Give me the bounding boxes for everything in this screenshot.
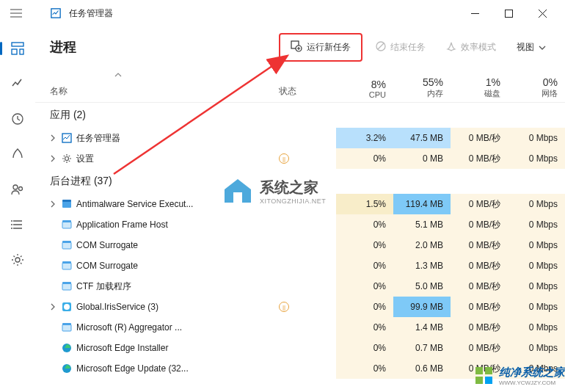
net-cell: 0 Mbps <box>508 235 565 255</box>
process-status: || <box>279 302 336 312</box>
process-row[interactable]: Microsoft Edge Installer 0% 0.7 MB 0 MB/… <box>35 338 565 358</box>
svg-point-6 <box>13 185 18 189</box>
efficiency-label: 效率模式 <box>461 41 496 54</box>
pause-icon: || <box>279 302 289 312</box>
end-task-icon <box>376 41 386 54</box>
svg-rect-4 <box>20 49 23 54</box>
mem-cell: 119.4 MB <box>393 194 451 214</box>
svg-rect-18 <box>62 200 71 202</box>
app-icon <box>47 7 65 19</box>
cpu-cell: 0% <box>336 297 393 317</box>
mem-cell: 5.1 MB <box>393 214 451 235</box>
disk-cell: 0 MB/秒 <box>451 148 508 169</box>
sidebar-history[interactable] <box>10 112 25 126</box>
disk-cell: 0 MB/秒 <box>451 235 508 255</box>
net-cell: 0 Mbps <box>508 255 565 276</box>
cpu-cell: 1.5% <box>336 194 393 214</box>
efficiency-button[interactable]: 效率模式 <box>439 37 503 58</box>
process-row[interactable]: COM Surrogate 0% 1.3 MB 0 MB/秒 0 Mbps <box>35 255 565 276</box>
column-headers: 名称 状态 8%CPU 55%内存 1%磁盘 0%网络 <box>35 68 565 103</box>
expand-chevron-icon[interactable] <box>50 303 62 311</box>
process-row[interactable]: 设置 || 0% 0 MB 0 MB/秒 0 Mbps <box>35 148 565 169</box>
svg-rect-23 <box>62 263 71 269</box>
close-button[interactable] <box>525 1 559 25</box>
process-name: CTF 加载程序 <box>76 280 279 293</box>
mem-cell: 5.0 MB <box>393 276 451 297</box>
process-icon <box>62 133 76 143</box>
sidebar-processes[interactable] <box>10 41 25 56</box>
process-name: Microsoft Edge Installer <box>76 343 279 353</box>
cpu-cell: 0% <box>336 235 393 255</box>
net-cell: 0 Mbps <box>508 276 565 297</box>
process-row[interactable]: Global.IrisService (3) || 0% 99.9 MB 0 M… <box>35 297 565 317</box>
col-net[interactable]: 0%网络 <box>508 68 565 102</box>
mem-cell: 47.5 MB <box>393 128 451 148</box>
process-icon <box>62 240 76 250</box>
col-name[interactable]: 名称 <box>50 68 279 102</box>
sidebar-performance[interactable] <box>10 76 25 91</box>
sidebar-services[interactable] <box>10 253 25 267</box>
svg-rect-19 <box>62 222 71 228</box>
disk-cell: 0 MB/秒 <box>451 276 508 297</box>
net-cell: 0 Mbps <box>508 128 565 148</box>
process-row[interactable]: CTF 加载程序 0% 5.0 MB 0 MB/秒 0 Mbps <box>35 276 565 297</box>
disk-cell: 0 MB/秒 <box>451 358 508 379</box>
process-icon <box>62 343 76 353</box>
cpu-cell: 0% <box>336 214 393 235</box>
disk-cell: 0 MB/秒 <box>451 194 508 214</box>
process-row[interactable]: Application Frame Host 0% 5.1 MB 0 MB/秒 … <box>35 214 565 235</box>
process-row[interactable]: Antimalware Service Execut... 1.5% 119.4… <box>35 194 565 214</box>
net-cell: 0 Mbps <box>508 297 565 317</box>
end-task-button[interactable]: 结束任务 <box>368 37 433 58</box>
disk-cell: 0 MB/秒 <box>451 338 508 358</box>
process-row[interactable]: COM Surrogate 0% 2.0 MB 0 MB/秒 0 Mbps <box>35 235 565 255</box>
hamburger-menu[interactable] <box>6 3 26 23</box>
svg-rect-3 <box>12 49 17 54</box>
col-status[interactable]: 状态 <box>279 68 336 102</box>
expand-chevron-icon[interactable] <box>50 200 62 208</box>
group-apps: 应用 (2) <box>35 103 565 128</box>
sidebar-users[interactable] <box>10 182 25 197</box>
process-icon <box>62 281 76 291</box>
mem-cell: 2.0 MB <box>393 235 451 255</box>
svg-rect-20 <box>62 220 71 222</box>
svg-point-10 <box>11 228 12 229</box>
svg-rect-25 <box>62 283 71 290</box>
new-task-button[interactable]: 运行新任务 <box>279 33 362 62</box>
sidebar-details[interactable] <box>10 217 25 232</box>
cpu-cell: 3.2% <box>336 128 393 148</box>
col-mem[interactable]: 55%内存 <box>393 68 451 102</box>
expand-chevron-icon[interactable] <box>50 155 62 162</box>
cpu-cell: 0% <box>336 338 393 358</box>
cpu-cell: 0% <box>336 358 393 379</box>
process-row[interactable]: Microsoft (R) Aggregator ... 0% 1.4 MB 0… <box>35 317 565 338</box>
sidebar-startup[interactable] <box>10 147 25 161</box>
cpu-cell: 0% <box>336 255 393 276</box>
view-button[interactable]: 视图 <box>509 37 553 58</box>
mem-cell: 0 MB <box>393 148 451 169</box>
svg-point-7 <box>19 187 23 191</box>
net-cell: 0 Mbps <box>508 148 565 169</box>
col-cpu[interactable]: 8%CPU <box>336 68 393 102</box>
process-icon <box>62 322 76 333</box>
disk-cell: 0 MB/秒 <box>451 128 508 148</box>
svg-rect-2 <box>12 43 23 46</box>
svg-point-28 <box>64 304 70 310</box>
svg-rect-22 <box>62 241 71 243</box>
cpu-cell: 0% <box>336 148 393 169</box>
process-icon <box>62 153 76 164</box>
process-row[interactable]: Microsoft Edge Update (32... 0% 0.6 MB 0… <box>35 358 565 379</box>
minimize-button[interactable] <box>458 1 492 25</box>
cpu-cell: 0% <box>336 276 393 297</box>
maximize-button[interactable] <box>492 1 525 25</box>
process-row[interactable]: 任务管理器 3.2% 47.5 MB 0 MB/秒 0 Mbps <box>35 128 565 148</box>
process-name: Microsoft (R) Aggregator ... <box>76 322 279 333</box>
process-name: COM Surrogate <box>76 240 279 250</box>
process-name: 任务管理器 <box>76 132 279 145</box>
expand-chevron-icon[interactable] <box>50 134 62 142</box>
page-title: 进程 <box>50 38 76 56</box>
col-disk[interactable]: 1%磁盘 <box>451 68 508 102</box>
process-icon <box>62 199 76 209</box>
svg-rect-15 <box>62 134 71 142</box>
disk-cell: 0 MB/秒 <box>451 255 508 276</box>
